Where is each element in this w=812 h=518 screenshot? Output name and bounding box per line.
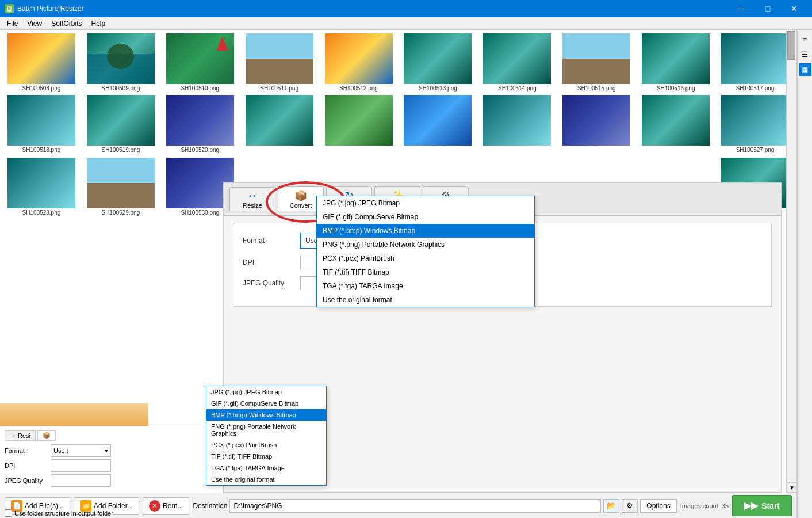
format-label: Format (243, 237, 300, 245)
list-item[interactable] (557, 94, 635, 154)
dropdown-option-pcx[interactable]: PCX (*.pcx) PaintBrush (317, 252, 534, 265)
small-format-dropdown[interactable]: Use t ▾ (51, 444, 111, 457)
jpeg-quality-label: JPEG Quality (243, 279, 300, 287)
list-item[interactable]: SH100520.png (161, 94, 239, 154)
settings-icon: ⚙ (626, 501, 633, 510)
list-item[interactable] (240, 94, 319, 154)
minimize-button[interactable]: ─ (728, 0, 754, 17)
menu-help[interactable]: Help (87, 18, 110, 29)
destination-label: Destination (193, 502, 227, 510)
dropdown-option-original[interactable]: Use the original format (317, 293, 534, 307)
dropdown-option-jpg[interactable]: JPG (*.jpg) JPEG Bitmap (317, 196, 534, 210)
remove-button[interactable]: ✕ Rem... (143, 497, 189, 515)
menu-bar: File View SoftOrbits Help (0, 17, 812, 30)
use-folder-structure-label: Use folder structure in output folder (14, 510, 113, 517)
close-button[interactable]: ✕ (781, 0, 807, 17)
menu-view[interactable]: View (22, 18, 47, 29)
app-icon: 🖼 (5, 4, 14, 13)
dropdown-option-gif[interactable]: GIF (*.gif) CompuServe Bitmap (317, 210, 534, 224)
list-item[interactable] (637, 94, 715, 154)
list-item[interactable]: SH100516.png (637, 32, 715, 93)
menu-file[interactable]: File (2, 18, 22, 29)
list-item[interactable]: SH100517.png (716, 32, 794, 93)
small-option-bmp[interactable]: BMP (*.bmp) Windows Bitmap (206, 409, 326, 421)
list-item[interactable] (320, 94, 398, 154)
dropdown-option-png[interactable]: PNG (*.png) Portable Network Graphics (317, 238, 534, 252)
add-files-label: Add File(s)... (25, 502, 64, 510)
sidebar-grid-icon[interactable]: ▦ (799, 63, 811, 76)
dropdown-option-bmp[interactable]: BMP (*.bmp) Windows Bitmap (317, 224, 534, 238)
add-folder-label: Add Folder... (94, 502, 133, 510)
small-jpeg-row: JPEG Quality (5, 474, 218, 487)
small-option-png[interactable]: PNG (*.png) Portable Network Graphics (206, 421, 326, 439)
start-button[interactable]: ▶▶ Start (732, 495, 792, 516)
small-option-pcx[interactable]: PCX (*.pcx) PaintBrush (206, 439, 326, 451)
remove-icon: ✕ (149, 500, 160, 512)
menu-softorbits[interactable]: SoftOrbits (47, 18, 86, 29)
settings-button[interactable]: ⚙ (622, 499, 638, 513)
small-option-jpg[interactable]: JPG (*.jpg) JPEG Bitmap (206, 386, 326, 398)
list-item[interactable]: SH100509.png (82, 32, 160, 93)
remove-label: Rem... (163, 502, 183, 510)
scrollbar-track[interactable]: ▼ (786, 30, 796, 493)
tab-resize[interactable]: ↔ Resize (229, 187, 275, 211)
small-dpi-input[interactable] (51, 459, 111, 472)
list-item[interactable]: SH100511.png (240, 32, 319, 93)
small-option-tga[interactable]: TGA (*.tga) TARGA Image (206, 462, 326, 474)
small-dropdown-text: Use t (53, 447, 68, 454)
dpi-label: DPI (243, 258, 300, 266)
maximize-button[interactable]: □ (754, 0, 781, 17)
list-item[interactable] (399, 94, 477, 154)
destination-browse-button[interactable]: 📂 (603, 499, 619, 513)
small-convert-icon: 📦 (43, 432, 51, 439)
list-item[interactable]: SH100518.png (2, 94, 81, 154)
dropdown-option-tga[interactable]: TGA (*.tga) TARGA Image (317, 279, 534, 293)
small-tab-convert[interactable]: 📦 (37, 430, 56, 441)
window-controls: ─ □ ✕ (728, 0, 807, 17)
use-folder-structure-checkbox[interactable] (5, 509, 12, 517)
list-item[interactable]: SH100513.png (399, 32, 477, 93)
scroll-down-btn[interactable]: ▼ (787, 482, 797, 493)
format-dropdown-list-large[interactable]: JPG (*.jpg) JPEG Bitmap GIF (*.gif) Comp… (316, 196, 535, 307)
convert-icon: 📦 (294, 189, 307, 202)
list-item[interactable]: SH100527.png (716, 94, 794, 154)
sidebar-list-detail-icon[interactable]: ☰ (799, 48, 811, 61)
scrollbar-thumb[interactable] (787, 31, 795, 60)
small-option-original[interactable]: Use the original format (206, 474, 326, 485)
small-resize-icon: ↔ (10, 432, 16, 439)
small-jpeg-label: JPEG Quality (5, 477, 51, 484)
small-convert-panel: ↔ Resi 📦 Format Use t ▾ DPI (0, 426, 223, 493)
image-grid-area: SH100508.png SH100509.png SH100510.png S… (0, 30, 797, 518)
small-format-row: Format Use t ▾ (5, 444, 218, 457)
list-item[interactable]: SH100519.png (82, 94, 160, 154)
app-title: Batch Picture Resizer (17, 5, 83, 13)
dropdown-option-tif[interactable]: TIF (*.tif) TIFF Bitmap (317, 265, 534, 279)
resize-icon: ↔ (247, 190, 258, 202)
options-button[interactable]: Options (640, 499, 676, 513)
small-option-gif[interactable]: GIF (*.gif) CompuServe Bitmap (206, 398, 326, 409)
tab-convert-label: Convert (290, 202, 312, 209)
list-item[interactable]: SH100515.png (557, 32, 635, 93)
right-sidebar: ≡ ☰ ▦ (797, 30, 812, 518)
list-item[interactable]: SH100508.png (2, 32, 81, 93)
use-folder-structure-row: Use folder structure in output folder (5, 509, 113, 517)
list-item[interactable]: SH100528.png (2, 157, 81, 217)
small-tab-resize[interactable]: ↔ Resi (5, 430, 36, 441)
small-option-tif[interactable]: TIF (*.tif) TIFF Bitmap (206, 451, 326, 462)
destination-input[interactable] (229, 499, 601, 513)
list-item[interactable]: SH100514.png (478, 32, 556, 93)
format-dropdown-list-small[interactable]: JPG (*.jpg) JPEG Bitmap GIF (*.gif) Comp… (206, 386, 327, 486)
list-item[interactable]: SH100529.png (82, 157, 160, 217)
list-item[interactable] (478, 94, 556, 154)
small-dpi-label: DPI (5, 462, 51, 469)
browse-icon: 📂 (607, 501, 616, 510)
list-item[interactable]: SH100510.png (161, 32, 239, 93)
small-dpi-row: DPI (5, 459, 218, 472)
small-tab-resize-label: Resi (18, 432, 30, 439)
small-tabs: ↔ Resi 📦 (5, 430, 218, 441)
image-grid: SH100508.png SH100509.png SH100510.png S… (0, 30, 796, 157)
sidebar-list-icon[interactable]: ≡ (799, 33, 811, 46)
small-jpeg-input[interactable] (51, 474, 111, 487)
list-item[interactable]: SH100512.png (320, 32, 398, 93)
options-label: Options (646, 502, 670, 510)
